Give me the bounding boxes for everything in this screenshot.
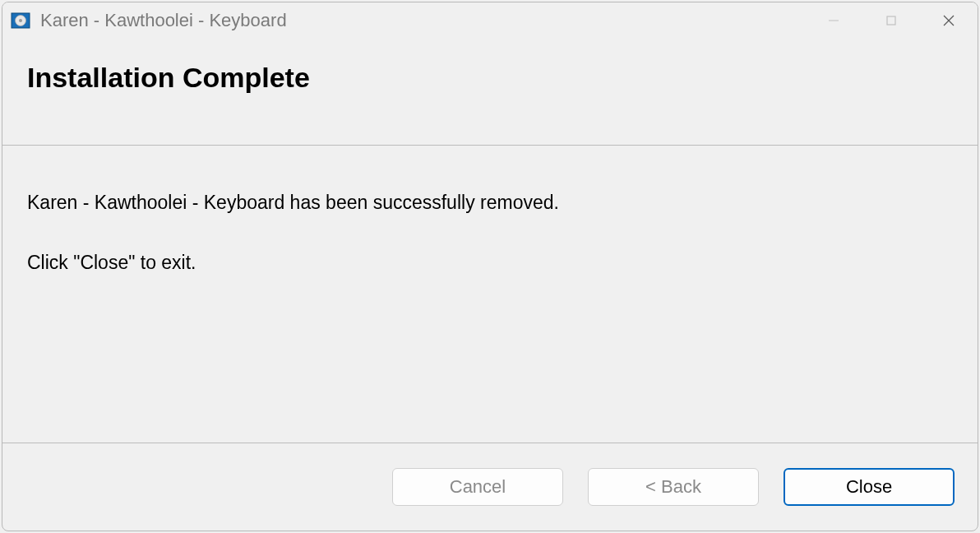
content-section: Karen - Kawthoolei - Keyboard has been s…	[2, 146, 978, 443]
titlebar: Karen - Kawthoolei - Keyboard	[2, 2, 978, 39]
maximize-button	[862, 2, 920, 39]
page-title: Installation Complete	[27, 62, 953, 94]
header-section: Installation Complete	[2, 39, 978, 146]
svg-rect-6	[887, 16, 895, 25]
window-title: Karen - Kawthoolei - Keyboard	[40, 10, 805, 31]
close-window-button[interactable]	[920, 2, 978, 39]
installer-icon	[11, 11, 30, 30]
footer-section: Cancel < Back Close	[2, 443, 978, 531]
instruction-message: Click "Close" to exit.	[27, 250, 953, 276]
cancel-button: Cancel	[392, 468, 563, 506]
status-message: Karen - Kawthoolei - Keyboard has been s…	[27, 190, 953, 216]
svg-point-4	[19, 19, 22, 22]
installer-window: Karen - Kawthoolei - Keyboard Installati…	[2, 2, 978, 531]
minimize-button	[805, 2, 862, 39]
back-button: < Back	[588, 468, 759, 506]
window-controls	[805, 2, 978, 39]
close-button[interactable]: Close	[784, 468, 955, 506]
